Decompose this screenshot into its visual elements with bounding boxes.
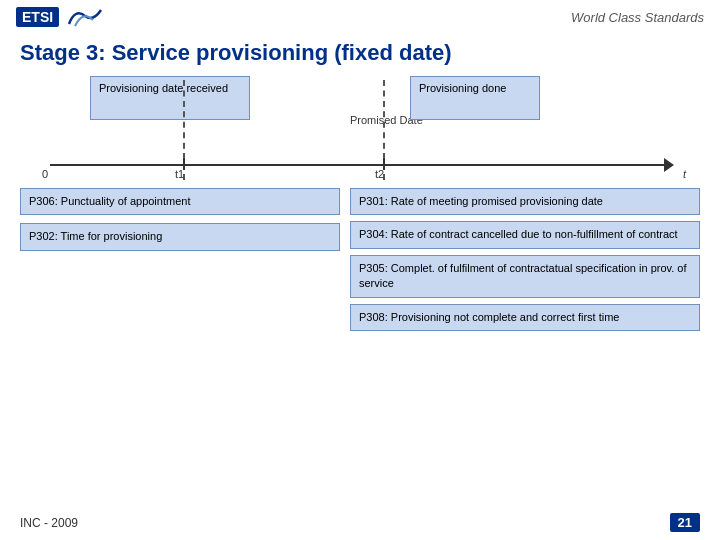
etsi-logo: ETSI: [16, 7, 59, 27]
diagram-area: Provisioning date received Promised Date…: [0, 72, 720, 180]
timeline-label-t2: t2: [375, 168, 384, 180]
box-p306: P306: Punctuality of appointment: [20, 188, 340, 215]
timeline-label-t1: t1: [175, 168, 184, 180]
logo-area: ETSI: [16, 6, 103, 28]
header: ETSI World Class Standards: [0, 0, 720, 32]
lower-content: P306: Punctuality of appointment P302: T…: [0, 180, 720, 331]
right-column: P301: Rate of meeting promised provision…: [350, 188, 700, 331]
timeline-line: [50, 164, 670, 166]
footer-inc-label: INC - 2009: [20, 516, 78, 530]
box-p305: P305: Complet. of fulfilment of contract…: [350, 255, 700, 298]
footer: INC - 2009 21: [0, 513, 720, 532]
box-provisioning-done: Provisioning done: [410, 76, 540, 120]
box-provisioning-date-received: Provisioning date received: [90, 76, 250, 120]
box-p301: P301: Rate of meeting promised provision…: [350, 188, 700, 215]
top-boxes-row: Provisioning date received Promised Date…: [20, 76, 700, 146]
timeline-label-t: t: [683, 168, 686, 180]
etsi-arc-icon: [65, 6, 103, 28]
timeline-label-zero: 0: [42, 168, 48, 180]
page-title: Stage 3: Service provisioning (fixed dat…: [0, 32, 720, 72]
box-p302: P302: Time for provisioning: [20, 223, 340, 250]
world-class-label: World Class Standards: [571, 10, 704, 25]
box-p308: P308: Provisioning not complete and corr…: [350, 304, 700, 331]
box-p304: P304: Rate of contract cancelled due to …: [350, 221, 700, 248]
timeline-arrow-icon: [664, 158, 674, 172]
left-column: P306: Punctuality of appointment P302: T…: [20, 188, 340, 331]
footer-page-number: 21: [670, 513, 700, 532]
timeline: 0 t1 t2 t: [20, 150, 700, 180]
